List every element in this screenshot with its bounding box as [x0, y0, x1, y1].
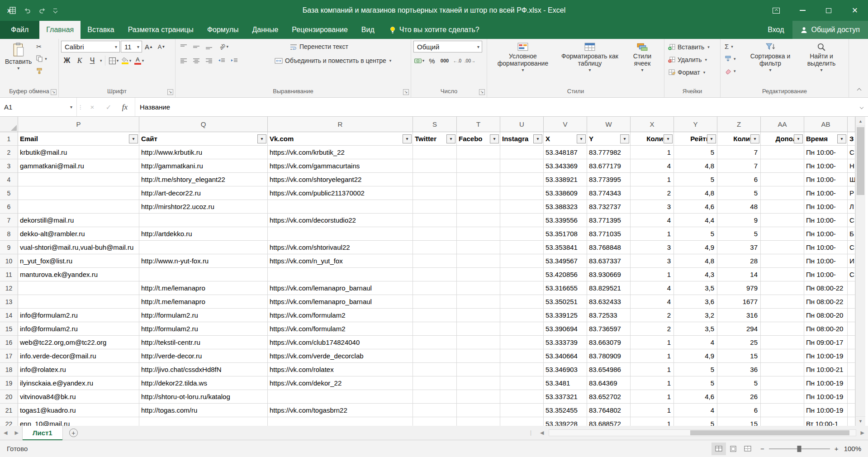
cell[interactable]: http://verde-decor.ru [139, 349, 268, 363]
cell[interactable] [761, 417, 804, 426]
cell[interactable] [761, 295, 804, 309]
cell[interactable] [268, 200, 413, 214]
cell[interactable]: 53.390694 [544, 322, 587, 336]
cell[interactable]: 6 [717, 404, 761, 417]
comma-style-button[interactable]: 000 [439, 55, 451, 67]
cell[interactable]: 83.736597 [587, 322, 631, 336]
column-header-Z[interactable]: Z [717, 117, 761, 132]
cell[interactable]: Л [848, 200, 855, 214]
cell[interactable]: 3,5 [674, 281, 717, 295]
cell[interactable] [761, 146, 804, 159]
cell[interactable]: Пн 10:00-19 [804, 376, 848, 390]
cell[interactable]: Пн 10:00-19 [804, 349, 848, 363]
cell[interactable] [848, 417, 855, 426]
cell[interactable]: info@rolatex.ru [18, 363, 139, 376]
cell[interactable] [761, 309, 804, 322]
cell[interactable] [457, 146, 500, 159]
cell[interactable]: http://formulam2.ru [139, 309, 268, 322]
cell[interactable] [139, 417, 268, 426]
cell[interactable]: https://vk.com/shtorivaul22 [268, 241, 413, 254]
cell[interactable] [413, 227, 457, 241]
cell[interactable]: 3,6 [674, 295, 717, 309]
cell[interactable] [848, 322, 855, 336]
cell[interactable]: Ш [848, 173, 855, 186]
cell[interactable] [761, 227, 804, 241]
cell[interactable] [761, 363, 804, 376]
cell[interactable]: 5 [674, 146, 717, 159]
cell[interactable] [457, 309, 500, 322]
cell[interactable] [457, 322, 500, 336]
cell[interactable]: Email▾ [18, 132, 139, 146]
cell[interactable] [848, 309, 855, 322]
cell[interactable] [457, 254, 500, 268]
cell[interactable] [761, 186, 804, 200]
cell[interactable] [413, 146, 457, 159]
cell[interactable] [413, 309, 457, 322]
insert-cells-button[interactable]: Вставить ▾ [667, 41, 718, 53]
zoom-slider-thumb[interactable] [797, 446, 802, 452]
cell[interactable]: Пн 10:00- [804, 159, 848, 173]
cell[interactable]: 5 [717, 186, 761, 200]
cell[interactable]: 83.774343 [587, 186, 631, 200]
cell[interactable]: 1 [631, 146, 674, 159]
row-header-7[interactable]: 7 [0, 214, 18, 227]
cell[interactable]: web@tc22.org,om@tc22.org [18, 336, 139, 349]
cell[interactable]: https://vk.com/krbutik_22 [268, 146, 413, 159]
cell[interactable]: n_yut_fox@list.ru [18, 254, 139, 268]
cell[interactable] [457, 417, 500, 426]
filter-button[interactable]: ▾ [129, 134, 138, 143]
cell[interactable]: 53.3481 [544, 376, 587, 390]
name-box[interactable]: A1 ▾ [0, 98, 77, 116]
cell[interactable]: Рейтин▾ [674, 132, 717, 146]
cell[interactable]: Н [848, 159, 855, 173]
row-header-10[interactable]: 10 [0, 254, 18, 268]
cell[interactable]: 83.637337 [587, 254, 631, 268]
cell[interactable] [761, 173, 804, 186]
cell[interactable]: И [848, 254, 855, 268]
cell[interactable] [761, 281, 804, 295]
cell[interactable]: 83.663079 [587, 336, 631, 349]
filter-button[interactable]: ▾ [707, 134, 716, 143]
cell[interactable] [413, 336, 457, 349]
cell[interactable]: 25 [717, 336, 761, 349]
redo-button[interactable] [38, 7, 46, 14]
cell[interactable]: 53.316655 [544, 281, 587, 295]
cell[interactable]: https://vk.com/formulam2 [268, 309, 413, 322]
cell[interactable]: 1 [631, 336, 674, 349]
cell[interactable]: 4 [674, 336, 717, 349]
zoom-out-button[interactable]: − [760, 445, 764, 452]
cell[interactable]: 1 [631, 376, 674, 390]
cell[interactable]: 83.773995 [587, 173, 631, 186]
row-header-1[interactable]: 1 [0, 132, 18, 146]
cell[interactable] [761, 390, 804, 404]
cell[interactable]: dekko-alt@rambler.ru [18, 227, 139, 241]
cell[interactable]: 7 [717, 159, 761, 173]
column-header-W[interactable]: W [587, 117, 631, 132]
cell[interactable]: https://vk.com/verde_decorclab [268, 349, 413, 363]
cell[interactable]: 53.353841 [544, 241, 587, 254]
cell[interactable] [500, 159, 544, 173]
cell[interactable]: Пн 10:00- [804, 200, 848, 214]
cell[interactable]: 53.348187 [544, 146, 587, 159]
cell[interactable] [457, 200, 500, 214]
align-top-button[interactable] [178, 41, 190, 52]
cell[interactable]: 48 [717, 200, 761, 214]
cell[interactable] [761, 268, 804, 281]
cell[interactable]: 4,9 [674, 241, 717, 254]
cell[interactable]: http://togas.com/ru [139, 404, 268, 417]
merge-center-button[interactable]: Объединить и поместить в центре ▾ [273, 55, 393, 67]
cell[interactable] [761, 376, 804, 390]
row-header-17[interactable]: 17 [0, 349, 18, 363]
cell[interactable]: 53.349567 [544, 254, 587, 268]
cell[interactable] [500, 146, 544, 159]
cell[interactable] [413, 254, 457, 268]
cell[interactable] [848, 349, 855, 363]
cell[interactable]: 83.652702 [587, 390, 631, 404]
cell[interactable] [500, 268, 544, 281]
autosum-button[interactable]: Σ▾ [723, 41, 744, 52]
tab-scroll-splitter[interactable]: ⋮ [525, 429, 536, 436]
cell[interactable]: https://vk.com/gammacurtains [268, 159, 413, 173]
cell[interactable] [457, 295, 500, 309]
cell[interactable] [457, 241, 500, 254]
minimize-button[interactable] [789, 0, 816, 21]
